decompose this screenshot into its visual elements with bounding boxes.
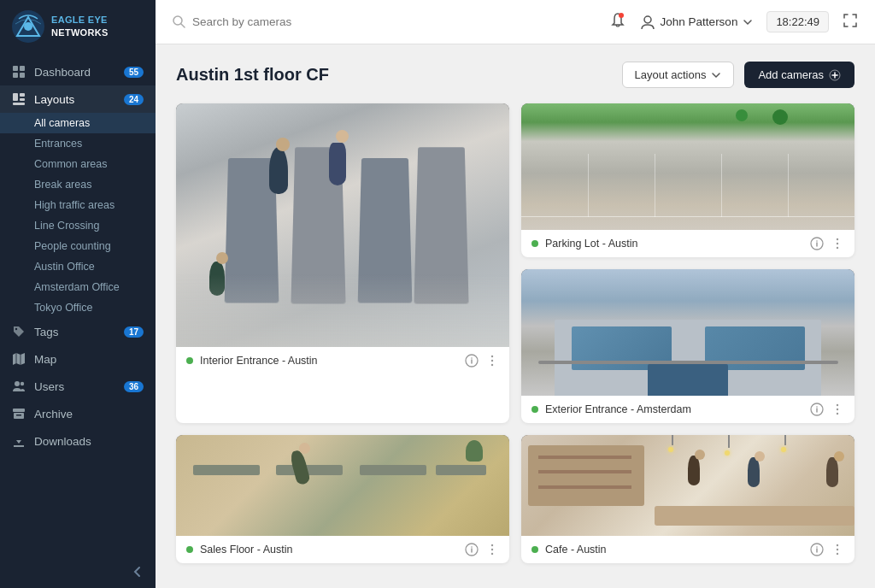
svg-point-11 [15,328,17,330]
svg-point-49 [837,553,838,555]
svg-rect-6 [20,73,25,78]
camera-thumbnail[interactable] [176,103,509,347]
svg-marker-12 [13,353,25,365]
layouts-icon [12,92,26,106]
sidebar-item-downloads[interactable]: Downloads [0,427,156,455]
svg-rect-9 [20,98,25,101]
svg-point-42 [491,544,493,546]
sidebar-item-amsterdam-office[interactable]: Amsterdam Office [0,277,156,297]
camera-action-icons [810,237,844,250]
svg-point-15 [15,381,20,386]
camera-name: Parking Lot - Austin [545,238,803,250]
camera-info: Parking Lot - Austin [521,230,854,257]
sidebar-item-label: Downloads [34,435,91,448]
fullscreen-button[interactable] [843,13,858,32]
dashboard-badge: 55 [124,67,144,78]
sidebar-item-line-crossing[interactable]: Line Crossing [0,215,156,236]
camera-thumbnail[interactable] [176,435,509,536]
main-area: John Patterson 18:22:49 Austin 1st floor… [156,0,875,588]
bell-icon [609,12,626,29]
svg-rect-19 [16,415,21,416]
svg-rect-5 [13,73,18,78]
svg-point-34 [837,247,838,249]
users-badge: 36 [124,381,144,392]
sidebar-item-label: Dashboard [34,66,91,79]
notification-bell-button[interactable] [609,12,626,32]
svg-rect-4 [20,66,25,71]
sidebar-item-users[interactable]: Users 36 [0,373,156,400]
info-icon[interactable] [810,403,824,416]
clock-display: 18:22:49 [766,11,829,32]
camera-thumbnail[interactable] [521,103,854,230]
sidebar-item-break-areas[interactable]: Break areas [0,174,156,195]
sidebar-item-archive[interactable]: Archive [0,400,156,427]
svg-point-22 [619,13,624,18]
sidebar-collapse-button[interactable] [0,556,156,588]
svg-point-26 [471,357,473,359]
camera-info: Sales Floor - Austin [176,536,509,563]
sidebar-item-tokyo-office[interactable]: Tokyo Office [0,297,156,318]
info-icon[interactable] [810,543,824,556]
sidebar-item-label: Archive [34,408,73,420]
svg-point-16 [21,382,24,385]
camera-action-icons [810,403,844,416]
content-area: Austin 1st floor CF Layout actions Add c… [156,44,875,588]
info-icon[interactable] [465,543,479,556]
camera-name: Sales Floor - Austin [200,544,458,556]
layouts-badge: 24 [124,94,144,105]
sidebar-item-map[interactable]: Map [0,345,156,373]
search-input[interactable] [192,15,363,28]
camera-thumbnail[interactable] [521,269,854,396]
svg-point-41 [471,546,473,548]
online-indicator [531,406,538,413]
plus-icon [829,69,841,81]
camera-action-icons [465,354,499,368]
camera-card-interior-entrance: Interior Entrance - Austin [176,103,509,423]
users-icon [12,379,26,393]
sidebar-item-tags[interactable]: Tags 17 [0,318,156,345]
fullscreen-icon [843,13,858,28]
info-icon[interactable] [465,354,479,368]
svg-point-39 [837,413,838,415]
camera-name: Cafe - Austin [545,544,803,556]
layout-actions-button[interactable]: Layout actions [622,62,735,88]
svg-point-46 [816,546,818,548]
sidebar-item-dashboard[interactable]: Dashboard 55 [0,58,156,85]
more-icon[interactable] [831,237,844,250]
svg-rect-17 [13,409,25,412]
camera-grid: Interior Entrance - Austin [176,103,854,423]
user-menu-button[interactable]: John Patterson [640,15,754,30]
svg-line-21 [181,24,185,27]
more-icon[interactable] [831,543,844,556]
logo-text: Eagle EyeNetworks [51,14,109,39]
svg-rect-8 [20,93,25,97]
svg-point-27 [491,356,493,357]
svg-point-2 [24,22,32,31]
dashboard-icon [12,65,26,79]
sidebar-item-high-traffic[interactable]: High traffic areas [0,195,156,215]
info-icon[interactable] [810,237,824,250]
camera-card-exterior-entrance: Exterior Entrance - Amsterdam [521,269,854,423]
svg-point-28 [491,360,493,362]
sidebar-item-common-areas[interactable]: Common areas [0,154,156,174]
sidebar-nav: Dashboard 55 Layouts 24 All cameras Entr… [0,51,156,556]
sidebar-item-layouts[interactable]: Layouts 24 [0,85,156,113]
sidebar-item-entrances[interactable]: Entrances [0,133,156,154]
layout-header: Austin 1st floor CF Layout actions Add c… [176,62,854,88]
layouts-subnav: All cameras Entrances Common areas Break… [0,113,156,318]
sidebar-item-people-counting[interactable]: People counting [0,236,156,256]
sidebar-item-all-cameras[interactable]: All cameras [0,113,156,133]
more-icon[interactable] [485,543,499,556]
tags-badge: 17 [124,326,144,338]
more-icon[interactable] [485,354,499,368]
sidebar-item-austin-office[interactable]: Austin Office [0,256,156,277]
add-cameras-button[interactable]: Add cameras [744,62,854,88]
bottom-camera-row: Sales Floor - Austin [176,435,854,563]
sidebar-item-label: Layouts [34,93,74,106]
online-indicator [531,240,538,247]
camera-info: Exterior Entrance - Amsterdam [521,396,854,423]
camera-info: Cafe - Austin [521,536,854,563]
topbar: John Patterson 18:22:49 [156,0,875,44]
more-icon[interactable] [831,403,844,416]
camera-thumbnail[interactable] [521,435,854,536]
